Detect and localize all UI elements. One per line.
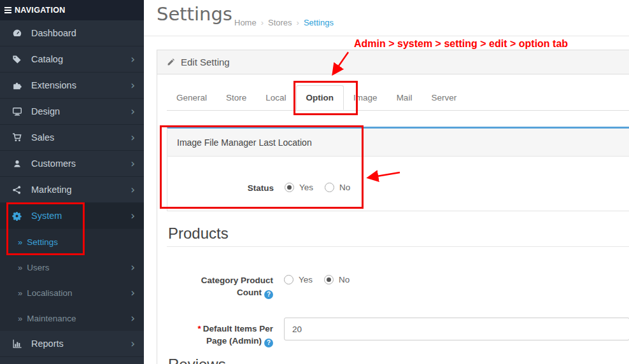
category-count-yes-label[interactable]: Yes: [299, 275, 313, 284]
sidebar-item-sales[interactable]: Sales ›: [0, 125, 144, 151]
tab-store[interactable]: Store: [216, 85, 256, 109]
sidebar-subitem-maintenance[interactable]: » Maintenance ›: [0, 305, 144, 331]
panel-title: Edit Setting: [181, 57, 230, 67]
pencil-icon: [167, 58, 175, 66]
display-icon: [11, 106, 22, 116]
category-product-count-label: Category Product Count?: [167, 274, 273, 299]
sidebar-subitem-localisation[interactable]: » Localisation ›: [0, 280, 144, 305]
chevron-right-icon: ›: [131, 158, 135, 169]
double-angle-icon: »: [18, 263, 22, 272]
setting-tabs: General Store Local Option Image Mail Se…: [167, 85, 629, 111]
page-title: Settings: [157, 3, 232, 25]
help-icon[interactable]: ?: [264, 339, 273, 347]
chevron-right-icon: ›: [131, 288, 135, 298]
status-label: Status: [167, 182, 274, 194]
chevron-right-icon: ›: [131, 106, 135, 117]
chevron-right-icon: ›: [131, 262, 135, 273]
sidebar-subitem-settings[interactable]: » Settings: [0, 229, 144, 255]
category-product-count-row: Category Product Count? Yes No: [167, 274, 356, 299]
system-submenu: » Settings » Users › » Localisation › » …: [0, 229, 144, 331]
chevron-right-icon: ›: [131, 211, 135, 221]
sidebar: NAVIGATION Dashboard Catalog › Extension…: [0, 0, 144, 364]
tab-general[interactable]: General: [167, 85, 216, 109]
status-no-radio[interactable]: [325, 183, 334, 192]
breadcrumb-settings[interactable]: Settings: [304, 18, 334, 27]
tab-local[interactable]: Local: [256, 85, 295, 109]
status-radio-group: Yes No: [285, 182, 357, 192]
category-count-no-label[interactable]: No: [339, 275, 350, 284]
main-content: Settings Home›Stores›Settings Edit Setti…: [144, 0, 629, 364]
status-yes-radio[interactable]: [285, 183, 294, 192]
breadcrumb-home[interactable]: Home: [234, 18, 257, 27]
dashboard-icon: [11, 28, 22, 38]
category-count-radio-group: Yes No: [284, 274, 356, 284]
hamburger-icon[interactable]: [4, 7, 11, 13]
default-items-row: *Default Items Per Page (Admin)?: [167, 314, 629, 347]
category-count-yes-radio[interactable]: [284, 275, 293, 284]
chevron-right-icon: ›: [131, 132, 135, 143]
file-manager-panel-body: Status Yes No: [167, 157, 629, 211]
puzzle-icon: [11, 80, 22, 90]
bar-chart-icon: [11, 339, 22, 349]
double-angle-icon: »: [18, 314, 22, 323]
chevron-right-icon: ›: [131, 185, 135, 195]
status-row: Status Yes No: [167, 182, 357, 194]
tab-server[interactable]: Server: [421, 85, 466, 109]
sidebar-item-customers[interactable]: Customers ›: [0, 151, 144, 177]
edit-setting-panel: Edit Setting General Store Local Option …: [157, 50, 629, 364]
sidebar-item-catalog[interactable]: Catalog ›: [0, 46, 144, 73]
breadcrumb-separator: ›: [261, 18, 264, 27]
sidebar-item-extensions[interactable]: Extensions ›: [0, 73, 144, 99]
tab-mail[interactable]: Mail: [387, 85, 422, 109]
double-angle-icon: »: [18, 288, 22, 298]
default-items-input[interactable]: [284, 318, 629, 340]
navigation-title: NAVIGATION: [15, 6, 66, 15]
share-icon: [11, 185, 22, 195]
gear-icon: [11, 211, 22, 221]
products-heading: Products: [167, 225, 629, 247]
chevron-right-icon: ›: [131, 339, 135, 349]
cart-icon: [11, 132, 22, 143]
reviews-section: Reviews: [167, 356, 629, 364]
breadcrumb: Home›Stores›Settings: [234, 18, 334, 27]
chevron-right-icon: ›: [131, 80, 135, 91]
tab-option[interactable]: Option: [296, 85, 344, 110]
file-manager-panel-heading: Image File Manager Last Location: [167, 129, 629, 157]
page-header: Settings Home›Stores›Settings: [144, 0, 629, 36]
chevron-right-icon: ›: [131, 54, 135, 65]
navigation-header: NAVIGATION: [0, 0, 144, 20]
required-asterisk: *: [197, 324, 201, 333]
breadcrumb-separator: ›: [297, 18, 299, 27]
status-no-label[interactable]: No: [339, 183, 350, 192]
breadcrumb-stores[interactable]: Stores: [268, 18, 292, 27]
tag-icon: [11, 54, 22, 64]
reviews-heading: Reviews: [167, 356, 629, 364]
category-count-no-radio[interactable]: [324, 275, 334, 284]
sidebar-item-reports[interactable]: Reports ›: [0, 331, 144, 357]
sidebar-menu: Dashboard Catalog › Extensions › Design …: [0, 20, 144, 357]
sidebar-item-marketing[interactable]: Marketing ›: [0, 177, 144, 203]
status-yes-label[interactable]: Yes: [299, 183, 313, 192]
sidebar-item-design[interactable]: Design ›: [0, 99, 144, 125]
products-section: Products Category Product Count? Yes No: [167, 225, 629, 352]
file-manager-panel: Image File Manager Last Location Status …: [167, 127, 629, 211]
tab-image[interactable]: Image: [344, 85, 387, 109]
default-items-label: *Default Items Per Page (Admin)?: [167, 314, 273, 347]
sidebar-item-dashboard[interactable]: Dashboard: [0, 20, 144, 46]
chevron-right-icon: ›: [131, 313, 135, 324]
edit-setting-panel-heading: Edit Setting: [157, 50, 629, 74]
user-icon: [11, 158, 22, 169]
sidebar-item-system[interactable]: System ›: [0, 203, 144, 229]
double-angle-icon: »: [18, 237, 22, 247]
sidebar-subitem-users[interactable]: » Users ›: [0, 255, 144, 280]
help-icon[interactable]: ?: [264, 290, 273, 299]
